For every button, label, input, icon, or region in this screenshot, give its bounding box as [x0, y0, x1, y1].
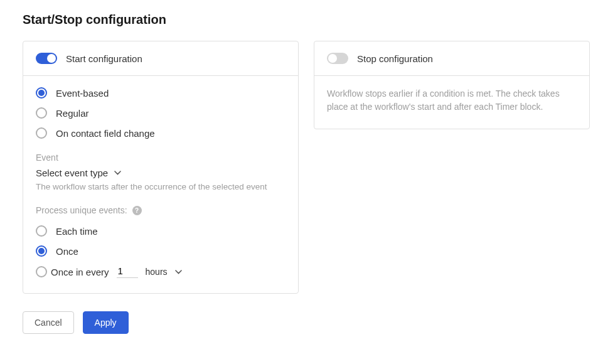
start-panel-header: Start configuration	[23, 41, 298, 76]
stop-config-panel: Stop configuration Workflow stops earlie…	[314, 41, 590, 129]
interval-unit-label: hours	[146, 267, 168, 277]
cancel-button[interactable]: Cancel	[23, 311, 74, 334]
start-panel-title: Start configuration	[66, 53, 142, 64]
radio-label: Once in every	[51, 267, 109, 277]
apply-button[interactable]: Apply	[83, 311, 129, 334]
stop-panel-title: Stop configuration	[357, 53, 433, 64]
help-icon[interactable]: ?	[132, 206, 142, 215]
start-config-toggle[interactable]	[36, 53, 57, 64]
start-panel-body: Event-based Regular On contact field cha…	[23, 76, 298, 293]
process-option-each-time[interactable]: Each time	[36, 225, 286, 237]
interval-unit-select[interactable]: hours	[146, 267, 182, 277]
stop-panel-body: Workflow stops earlier if a condition is…	[314, 76, 589, 129]
radio-icon	[36, 127, 47, 139]
page-title: Start/Stop configuration	[23, 13, 575, 27]
chevron-down-icon	[114, 171, 121, 175]
radio-label: Once	[56, 246, 78, 257]
stop-config-toggle[interactable]	[327, 53, 348, 64]
trigger-option-regular[interactable]: Regular	[36, 107, 286, 119]
event-type-select[interactable]: Select event type	[36, 168, 286, 178]
radio-icon	[36, 87, 47, 99]
panels-container: Start configuration Event-based Regular …	[23, 41, 575, 294]
process-option-once[interactable]: Once	[36, 245, 286, 257]
radio-label: Regular	[56, 108, 89, 119]
start-config-panel: Start configuration Event-based Regular …	[23, 41, 299, 294]
process-unique-header: Process unique events: ?	[36, 205, 286, 215]
interval-value-input[interactable]	[117, 265, 138, 278]
chevron-down-icon	[175, 270, 182, 274]
process-unique-radio-group: Each time Once Once in every hours	[36, 225, 286, 278]
radio-icon	[36, 266, 47, 277]
radio-icon	[36, 225, 47, 237]
process-unique-label: Process unique events:	[36, 205, 127, 215]
event-helper-text: The workflow starts after the occurrence…	[36, 182, 286, 191]
trigger-option-field-change[interactable]: On contact field change	[36, 127, 286, 139]
event-select-value: Select event type	[36, 168, 108, 178]
radio-label: On contact field change	[56, 128, 155, 139]
stop-panel-description: Workflow stops earlier if a condition is…	[327, 88, 560, 112]
radio-label: Each time	[56, 226, 98, 237]
event-field-label: Event	[36, 153, 286, 163]
trigger-radio-group: Event-based Regular On contact field cha…	[36, 87, 286, 139]
process-option-once-in-every[interactable]: Once in every hours	[36, 265, 286, 278]
stop-panel-header: Stop configuration	[314, 41, 589, 76]
trigger-option-event-based[interactable]: Event-based	[36, 87, 286, 99]
radio-icon	[36, 107, 47, 119]
footer-actions: Cancel Apply	[23, 311, 575, 334]
radio-label: Event-based	[56, 88, 109, 99]
radio-icon	[36, 245, 47, 257]
